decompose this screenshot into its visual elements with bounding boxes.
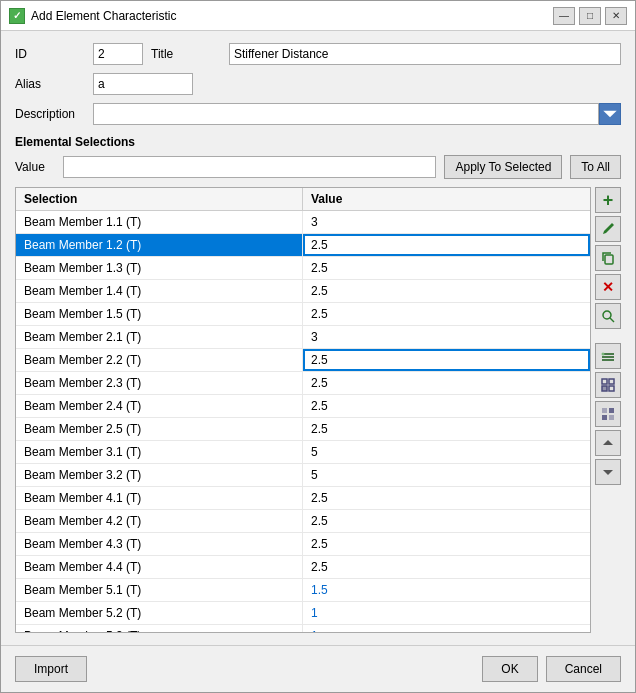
maximize-button[interactable]: □: [579, 7, 601, 25]
value-cell: 2.5: [303, 556, 590, 578]
svg-rect-0: [605, 255, 613, 264]
value-cell: 2.5: [303, 533, 590, 555]
table-row[interactable]: Beam Member 1.1 (T)3: [16, 211, 590, 234]
table-row[interactable]: Beam Member 5.1 (T)1.5: [16, 579, 590, 602]
title-input[interactable]: [229, 43, 621, 65]
value-cell: 5: [303, 464, 590, 486]
table-row[interactable]: Beam Member 5.3 (T)1: [16, 625, 590, 632]
value-cell: 1.5: [303, 579, 590, 601]
layers-icon: [600, 348, 616, 364]
value-controls-row: Value Apply To Selected To All: [15, 155, 621, 179]
value-edit-input[interactable]: [303, 234, 590, 256]
svg-rect-5: [602, 359, 614, 361]
selection-cell: Beam Member 4.4 (T): [16, 556, 303, 578]
alias-input[interactable]: [93, 73, 193, 95]
table-row[interactable]: Beam Member 2.4 (T)2.5: [16, 395, 590, 418]
content-area: ID Title Alias Description Elemental S: [1, 31, 635, 645]
copy-row-button[interactable]: [595, 245, 621, 271]
main-window: ✓ Add Element Characteristic — □ ✕ ID Ti…: [0, 0, 636, 693]
apply-to-selected-button[interactable]: Apply To Selected: [444, 155, 562, 179]
selection-cell: Beam Member 1.4 (T): [16, 280, 303, 302]
table-row[interactable]: Beam Member 2.5 (T)2.5: [16, 418, 590, 441]
table-row[interactable]: Beam Member 4.3 (T)2.5: [16, 533, 590, 556]
grid1-icon: [600, 377, 616, 393]
import-button[interactable]: Import: [15, 656, 87, 682]
title-bar-left: ✓ Add Element Characteristic: [9, 8, 176, 24]
selection-cell: Beam Member 2.2 (T): [16, 349, 303, 371]
value-cell: 2.5: [303, 372, 590, 394]
selection-cell: Beam Member 4.3 (T): [16, 533, 303, 555]
svg-rect-12: [609, 408, 614, 413]
window-icon: ✓: [9, 8, 25, 24]
svg-rect-7: [602, 379, 607, 384]
window-controls: — □ ✕: [553, 7, 627, 25]
table-row[interactable]: Beam Member 5.2 (T)1: [16, 602, 590, 625]
value-cell: 2.5: [303, 510, 590, 532]
selection-cell: Beam Member 2.4 (T): [16, 395, 303, 417]
value-cell: 1: [303, 602, 590, 624]
value-label: Value: [15, 160, 55, 174]
table-row[interactable]: Beam Member 3.1 (T)5: [16, 441, 590, 464]
move-down-button[interactable]: [595, 459, 621, 485]
value-cell: 5: [303, 441, 590, 463]
column-selection-header: Selection: [16, 188, 303, 210]
table-row[interactable]: Beam Member 3.2 (T)5: [16, 464, 590, 487]
selection-cell: Beam Member 2.5 (T): [16, 418, 303, 440]
chevron-down2-icon: [600, 464, 616, 480]
svg-line-2: [610, 318, 614, 322]
edit-row-button[interactable]: [595, 216, 621, 242]
value-cell: 3: [303, 211, 590, 233]
description-dropdown-button[interactable]: [599, 103, 621, 125]
table-row[interactable]: Beam Member 4.1 (T)2.5: [16, 487, 590, 510]
id-title-row: ID Title: [15, 43, 621, 65]
id-input[interactable]: [93, 43, 143, 65]
move-up-button[interactable]: [595, 430, 621, 456]
selection-cell: Beam Member 5.2 (T): [16, 602, 303, 624]
table-row[interactable]: Beam Member 4.4 (T)2.5: [16, 556, 590, 579]
map3-button[interactable]: [595, 401, 621, 427]
selection-cell: Beam Member 5.1 (T): [16, 579, 303, 601]
table-row[interactable]: Beam Member 1.4 (T)2.5: [16, 280, 590, 303]
alias-label: Alias: [15, 77, 85, 91]
value-cell: 3: [303, 326, 590, 348]
add-row-button[interactable]: +: [595, 187, 621, 213]
delete-row-button[interactable]: ✕: [595, 274, 621, 300]
table-row[interactable]: Beam Member 1.5 (T)2.5: [16, 303, 590, 326]
title-bar: ✓ Add Element Characteristic — □ ✕: [1, 1, 635, 31]
map2-button[interactable]: [595, 372, 621, 398]
pencil-icon: [600, 221, 616, 237]
value-input[interactable]: [63, 156, 436, 178]
value-cell[interactable]: [303, 349, 590, 371]
minimize-button[interactable]: —: [553, 7, 575, 25]
ok-button[interactable]: OK: [482, 656, 537, 682]
selection-cell: Beam Member 2.1 (T): [16, 326, 303, 348]
value-cell: 2.5: [303, 257, 590, 279]
table-row[interactable]: Beam Member 4.2 (T)2.5: [16, 510, 590, 533]
apply-to-all-button[interactable]: To All: [570, 155, 621, 179]
table-row[interactable]: Beam Member 1.3 (T)2.5: [16, 257, 590, 280]
map1-button[interactable]: [595, 343, 621, 369]
copy-icon: [600, 250, 616, 266]
description-input[interactable]: [93, 103, 599, 125]
value-cell: 2.5: [303, 303, 590, 325]
search-button[interactable]: [595, 303, 621, 329]
selection-cell: Beam Member 4.2 (T): [16, 510, 303, 532]
table-body[interactable]: Beam Member 1.1 (T)3Beam Member 1.2 (T)B…: [16, 211, 590, 632]
svg-rect-4: [602, 356, 614, 358]
value-cell: 2.5: [303, 418, 590, 440]
svg-rect-8: [609, 379, 614, 384]
title-label: Title: [151, 47, 221, 61]
table-row[interactable]: Beam Member 2.1 (T)3: [16, 326, 590, 349]
svg-rect-13: [602, 415, 607, 420]
chevron-up-icon: [600, 435, 616, 451]
selection-cell: Beam Member 5.3 (T): [16, 625, 303, 632]
close-button[interactable]: ✕: [605, 7, 627, 25]
table-row[interactable]: Beam Member 1.2 (T): [16, 234, 590, 257]
table-row[interactable]: Beam Member 2.3 (T)2.5: [16, 372, 590, 395]
column-value-header: Value: [303, 188, 590, 210]
svg-rect-10: [609, 386, 614, 391]
value-cell[interactable]: [303, 234, 590, 256]
value-edit-input[interactable]: [303, 349, 590, 371]
cancel-button[interactable]: Cancel: [546, 656, 621, 682]
table-row[interactable]: Beam Member 2.2 (T): [16, 349, 590, 372]
